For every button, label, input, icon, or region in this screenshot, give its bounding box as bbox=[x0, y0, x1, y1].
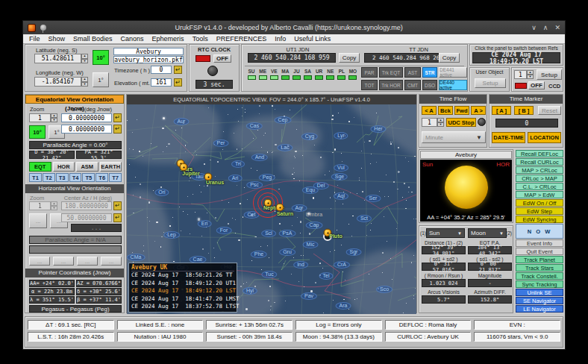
obj2-dropdown[interactable]: Moon▼ bbox=[468, 228, 507, 238]
side-button-track-planet[interactable]: Track Planet bbox=[516, 256, 563, 263]
mode-button-str[interactable]: STR bbox=[422, 67, 437, 78]
view-mode-asm[interactable]: ASM bbox=[76, 162, 98, 172]
setup-button[interactable]: Setup bbox=[537, 69, 562, 80]
ut1-copy-button[interactable]: Copy bbox=[339, 53, 360, 63]
telescope-t4[interactable]: T4 bbox=[69, 173, 82, 182]
planet-toggle-su[interactable]: SU bbox=[246, 69, 257, 90]
side-button-n-o-w[interactable]: N O W bbox=[516, 224, 563, 239]
close-icon[interactable]: ✕ bbox=[554, 24, 560, 31]
timezone-input[interactable]: 0 bbox=[151, 66, 172, 74]
mode-button-de440-active[interactable]: DE440 active bbox=[439, 80, 467, 90]
side-button-se-navigator[interactable]: SE Navigator bbox=[516, 297, 563, 304]
latitude-input[interactable]: 51.428611 ▲▼ bbox=[34, 54, 88, 63]
mode-button-de441-active[interactable]: DE441 active bbox=[439, 67, 467, 78]
planet-toggle-ju[interactable]: JU bbox=[291, 69, 301, 90]
pin-icon[interactable] bbox=[40, 25, 46, 31]
menu-item-small-bodies[interactable]: Small Bodies bbox=[73, 35, 113, 43]
view-mode-hor[interactable]: HOR bbox=[53, 162, 75, 172]
timezone-enter-icon[interactable]: ↵ bbox=[174, 66, 182, 74]
mode-button-trk-hor[interactable]: Trk HOR bbox=[379, 80, 403, 90]
eqt-zoom-spinner[interactable]: 1 ▲▼ bbox=[29, 113, 57, 122]
hor-h-enter-icon[interactable]: ↵ bbox=[113, 213, 122, 222]
time-flow-a-button[interactable]: A > bbox=[471, 106, 486, 115]
ut1-jdn-display[interactable]: 2 460 540.284 168 959 bbox=[248, 53, 336, 63]
site-name-field[interactable]: Avebury bbox=[113, 48, 184, 55]
time-flow-a-button[interactable]: < A bbox=[422, 106, 437, 115]
planet-toggle-ne[interactable]: NE bbox=[325, 69, 336, 90]
planet-led[interactable] bbox=[326, 75, 334, 80]
menu-item-ephemeris[interactable]: Ephemeris bbox=[152, 35, 184, 43]
user-object-setup-button[interactable]: Setup bbox=[475, 78, 506, 88]
elevation-input[interactable]: 161 bbox=[151, 78, 172, 87]
menu-item-file[interactable]: File bbox=[29, 35, 40, 43]
menu-item-useful-links[interactable]: Useful Links bbox=[294, 35, 331, 43]
side-button-quit-event[interactable]: Quit Event bbox=[516, 248, 563, 255]
ccd-off-button[interactable]: OFF bbox=[528, 81, 545, 90]
side-button-track-constell-[interactable]: Track Constell. bbox=[516, 272, 563, 280]
planet-led[interactable] bbox=[315, 75, 323, 80]
object-counter[interactable]: 1 ▲▼ bbox=[514, 70, 534, 79]
planet-toggle-sa[interactable]: SA bbox=[302, 69, 313, 90]
date-time-button[interactable]: DATE-TIME bbox=[492, 132, 525, 143]
planet-led[interactable] bbox=[281, 75, 290, 80]
side-button-recall-defloc[interactable]: Recall DEFLoc bbox=[516, 150, 563, 157]
rtc-knob[interactable] bbox=[207, 66, 218, 76]
mode-button-ast[interactable]: AST bbox=[404, 67, 421, 78]
menu-item-show[interactable]: Show bbox=[49, 35, 66, 43]
planet-led[interactable] bbox=[348, 75, 357, 80]
marker-b-button[interactable]: [ B ] bbox=[514, 106, 534, 115]
location-button[interactable]: LOCATION bbox=[528, 132, 561, 143]
planet-led[interactable] bbox=[337, 75, 345, 80]
side-button-track-stars[interactable]: Track Stars bbox=[516, 264, 563, 272]
mode-button-tot[interactable]: TOT bbox=[361, 80, 378, 90]
minimize-icon[interactable]: ∨ bbox=[531, 24, 537, 31]
planet-led[interactable] bbox=[270, 75, 278, 80]
side-button-recall-curloc[interactable]: Recall CURLoc bbox=[516, 158, 563, 166]
view-mode-earth[interactable]: EARTH bbox=[100, 162, 122, 172]
telescope-t1[interactable]: T1 bbox=[29, 173, 42, 182]
step-1deg-button[interactable]: 1° bbox=[93, 72, 109, 87]
side-button-sync-tracking[interactable]: Sync Tracking bbox=[516, 280, 563, 288]
planet-toggle-ve[interactable]: VE bbox=[269, 69, 279, 90]
planet-led[interactable] bbox=[304, 75, 312, 80]
menu-item-info[interactable]: Info bbox=[275, 35, 286, 43]
planet-toggle-ur[interactable]: UR bbox=[314, 69, 325, 90]
telescope-t6[interactable]: T6 bbox=[96, 173, 108, 182]
side-button-edw-on-off[interactable]: EdW On / Off bbox=[516, 199, 563, 207]
marker-reset-button[interactable]: Reset bbox=[538, 106, 561, 115]
marker-a-button[interactable]: [ A ] bbox=[492, 106, 511, 115]
eqt-step-10deg-button[interactable]: 10° bbox=[29, 125, 46, 139]
side-button-event-info[interactable]: Event Info bbox=[516, 239, 563, 247]
tt-copy-button[interactable]: Copy bbox=[439, 53, 460, 63]
horizon-file-field[interactable]: avebury_horizon.pkf bbox=[113, 56, 184, 63]
planet-led[interactable] bbox=[259, 75, 267, 80]
menu-item-tools[interactable]: Tools bbox=[193, 35, 208, 43]
planet-toggle-pl[interactable]: PL bbox=[337, 69, 347, 90]
maximize-icon[interactable]: ∧ bbox=[543, 24, 548, 31]
planet-toggle-ma[interactable]: MA bbox=[280, 69, 290, 90]
telescope-t2[interactable]: T2 bbox=[43, 173, 55, 182]
side-button-c-l-crloc[interactable]: C.L. > CRLoc bbox=[516, 183, 563, 190]
telescope-t3[interactable]: T3 bbox=[56, 173, 69, 182]
mode-button-par[interactable]: PAR bbox=[361, 67, 378, 78]
planet-led[interactable] bbox=[293, 75, 301, 80]
eqt-ra-enter-icon[interactable]: ↵ bbox=[113, 113, 122, 122]
udc-stop-button[interactable]: UDC Stop bbox=[446, 118, 476, 127]
time-flow-fwd-button[interactable]: Fwd bbox=[454, 106, 469, 115]
sun-view-site[interactable]: Avebury bbox=[420, 151, 512, 159]
side-button-map-edw[interactable]: MAP > EdW bbox=[516, 191, 563, 198]
view-mode-eqt[interactable]: EQT bbox=[29, 162, 51, 172]
side-button-edw-syncing[interactable]: EdW Syncing bbox=[516, 216, 563, 223]
side-button-map-crloc[interactable]: MAP > CRLoc bbox=[516, 166, 563, 174]
refs-panel[interactable]: Click the panel to switch between Refs C… bbox=[469, 44, 563, 66]
step-10deg-button[interactable]: 10° bbox=[93, 50, 109, 65]
elevation-enter-icon[interactable]: ↵ bbox=[174, 78, 182, 87]
planet-toggle-mo[interactable]: MO bbox=[348, 69, 358, 90]
telescope-t5[interactable]: T5 bbox=[82, 173, 95, 182]
eqt-dec-input[interactable]: 0.00000000 bbox=[61, 125, 112, 134]
mode-button-trk-eqt[interactable]: Trk EQT bbox=[379, 67, 403, 78]
obj1-dropdown[interactable]: Sun▼ bbox=[426, 228, 465, 238]
time-flow-knob[interactable] bbox=[478, 118, 486, 126]
eqt-ra-input[interactable]: 0.00000000 bbox=[61, 113, 112, 122]
telescope-t7[interactable]: T7 bbox=[109, 173, 122, 182]
